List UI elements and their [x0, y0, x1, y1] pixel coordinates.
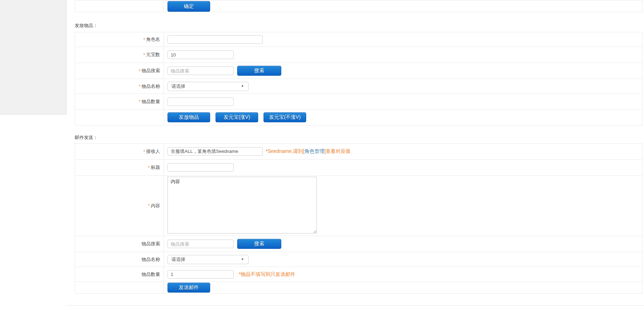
receiver-hint: *Seedname,请到[角色管理]查看对应值: [266, 148, 351, 155]
content-label: 内容: [151, 203, 160, 209]
send-mail-button[interactable]: 发送邮件: [167, 283, 210, 293]
item-qty-label: 物品数量: [142, 98, 160, 105]
role-name-input[interactable]: [167, 35, 263, 44]
yuanbao-label: 元宝数: [146, 52, 160, 58]
item-name-selected-value: 请选择: [171, 83, 185, 90]
required-marker: *: [139, 99, 140, 104]
mail-item-search-button[interactable]: 搜索: [237, 239, 281, 249]
mail-item-name-row: 物品名称 请选择 ▼: [75, 252, 642, 267]
receiver-label: 接收人: [146, 148, 160, 155]
send-yuanbao-novip-button[interactable]: 发元宝(不涨V): [264, 112, 306, 122]
issue-form: * 角色名 * 元宝数 * 物品搜索 搜索 * 物品名称: [75, 32, 643, 125]
chevron-down-icon: ▼: [241, 258, 244, 261]
mail-item-name-label: 物品名称: [142, 256, 160, 263]
item-search-button[interactable]: 搜索: [237, 66, 281, 76]
item-qty-row: * 物品数量: [75, 94, 642, 109]
mail-item-qty-hint: *物品不填写则只发送邮件: [239, 271, 295, 278]
required-marker: *: [143, 37, 145, 42]
mail-item-name-selected-value: 请选择: [171, 256, 185, 263]
item-search-row: * 物品搜索 搜索: [75, 63, 642, 79]
mail-form: * 接收人 *Seedname,请到[角色管理]查看对应值 * 标题 * 内容 …: [75, 143, 643, 294]
content-textarea[interactable]: 内容: [167, 177, 317, 234]
item-name-select[interactable]: 请选择 ▼: [167, 82, 249, 91]
required-marker: *: [139, 68, 140, 74]
mail-item-name-select[interactable]: 请选择 ▼: [167, 255, 249, 264]
confirm-row-label-cell: [75, 1, 164, 12]
issue-actions-row: 发放物品 发元宝(涨V) 发元宝(不涨V): [75, 109, 642, 125]
mail-item-qty-input[interactable]: [167, 270, 234, 279]
issue-section-title: 发放物品：: [75, 22, 98, 29]
subject-row: * 标题: [75, 160, 642, 176]
mail-item-search-row: 物品搜索 搜索: [75, 236, 642, 252]
receiver-input[interactable]: [167, 147, 263, 156]
item-qty-input[interactable]: [167, 97, 234, 106]
item-name-row: * 物品名称 请选择 ▼: [75, 79, 642, 94]
role-name-row: * 角色名: [75, 32, 642, 47]
bottom-divider: [67, 305, 644, 306]
send-yuanbao-vip-button[interactable]: 发元宝(涨V): [215, 112, 258, 122]
confirm-row: 确定: [75, 1, 642, 12]
mail-item-qty-row: 物品数量 *物品不填写则只发送邮件: [75, 267, 642, 282]
yuanbao-row: * 元宝数: [75, 47, 642, 63]
receiver-row: * 接收人 *Seedname,请到[角色管理]查看对应值: [75, 144, 642, 160]
item-name-label: 物品名称: [142, 83, 160, 90]
receiver-hint-suffix: ]查看对应值: [324, 148, 351, 154]
mail-item-search-input[interactable]: [167, 240, 234, 248]
item-search-label: 物品搜索: [142, 68, 160, 74]
item-search-input[interactable]: [167, 66, 234, 75]
required-marker: *: [139, 84, 140, 89]
mail-item-qty-label: 物品数量: [142, 271, 160, 278]
confirm-panel: 确定: [75, 0, 643, 12]
role-management-link[interactable]: 角色管理: [304, 148, 324, 154]
required-marker: *: [148, 165, 150, 170]
send-item-button[interactable]: 发放物品: [167, 112, 210, 122]
chevron-down-icon: ▼: [241, 85, 244, 88]
send-mail-row: 发送邮件: [75, 282, 642, 294]
sidebar: [0, 0, 66, 114]
role-name-label: 角色名: [146, 36, 160, 43]
mail-section-title: 邮件发送：: [75, 134, 98, 141]
subject-input[interactable]: [167, 163, 234, 172]
confirm-button[interactable]: 确定: [167, 1, 210, 12]
content-row: * 内容 内容: [75, 176, 642, 236]
subject-label: 标题: [151, 164, 160, 171]
required-marker: *: [148, 203, 150, 208]
required-marker: *: [143, 149, 145, 154]
required-marker: *: [143, 52, 145, 58]
receiver-hint-prefix: *Seedname,请到[: [266, 148, 304, 154]
mail-item-search-label: 物品搜索: [142, 241, 160, 247]
yuanbao-input[interactable]: [167, 50, 234, 59]
